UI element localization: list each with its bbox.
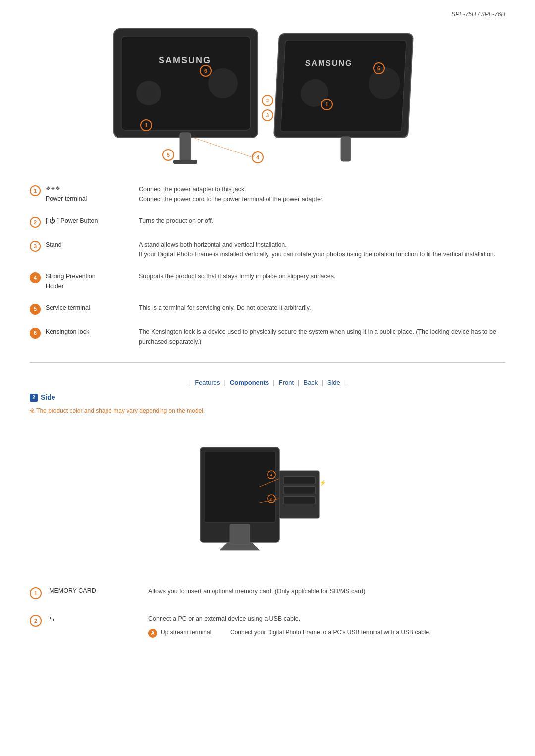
component-label-2: [ ⏻ ] Power Button [46,217,98,224]
sub-label-a: Up stream terminal [161,628,230,637]
svg-text:1: 1 [145,122,148,128]
svg-text:2: 2 [270,497,273,501]
bottom-component-2: 2 ⇆ Connect a PC or an external device u… [30,606,505,645]
nav-sep-2: | [273,378,274,388]
bottom-component-1: 1 MEMORY CARD Allows you to insert an op… [30,579,505,606]
component-label-4: Sliding PreventionHolder [46,273,96,290]
sub-desc-a: Connect your Digital Photo Frame to a PC… [230,628,505,637]
side-device-image: 4 2 ⚡ [30,425,505,564]
nav-bar: | Features | Components | Front | Back |… [30,373,505,393]
component-row-5: 5 Service terminal This is a terminal fo… [30,297,505,321]
component-desc-2: Turns the product on or off. [139,216,505,226]
component-row-4: 4 Sliding PreventionHolder Supports the … [30,265,505,297]
svg-point-4 [141,86,156,101]
nav-link-back[interactable]: Back [303,378,318,388]
nav-link-side[interactable]: Side [327,378,340,388]
power-terminal-icon: ❖❖❖ [46,184,135,193]
svg-text:2: 2 [266,98,269,103]
nav-sep-4: | [321,378,323,388]
svg-rect-7 [173,160,197,164]
component-desc-5: This is a terminal for servicing only. D… [139,303,505,313]
svg-text:6: 6 [204,68,207,74]
component-label-3: Stand [46,241,62,248]
bottom-label-1: MEMORY CARD [49,586,148,596]
svg-text:4: 4 [256,154,260,160]
component-number-3: 3 [30,241,41,252]
component-label-5: Service terminal [46,304,90,311]
component-label-6: Kensington lock [46,328,89,335]
svg-text:4: 4 [270,473,273,477]
component-row-1: 1 ❖❖❖ Power terminal Connect the power a… [30,178,505,210]
svg-text:SAMSUNG: SAMSUNG [159,55,211,65]
component-number-5: 5 [30,304,41,315]
svg-rect-35 [230,524,250,544]
bottom-label-2: ⇆ [49,614,148,624]
bottom-number-1: 1 [30,587,42,599]
model-label: SPF-75H / SPF-76H [30,10,505,19]
svg-text:5: 5 [167,152,170,158]
side-note: ※ The product color and shape may vary d… [30,406,505,415]
component-number-6: 6 [30,328,41,339]
sub-number-a: A [148,629,157,638]
component-row-2: 2 [ ⏻ ] Power Button Turns the product o… [30,210,505,234]
sub-component-a: A Up stream terminal Connect your Digita… [148,628,505,638]
nav-link-features[interactable]: Features [195,378,220,388]
component-desc-1: Connect the power adapter to this jack. … [139,184,505,204]
side-title: Side [41,392,55,403]
bottom-number-2: 2 [30,615,42,627]
bottom-components: 1 MEMORY CARD Allows you to insert an op… [30,579,505,645]
component-desc-3: A stand allows both horizontal and verti… [139,240,505,259]
device-images-area: SPF-75H / SPF-76H SAMSUNG 1 [30,10,505,163]
component-number-4: 4 [30,272,41,283]
svg-line-20 [193,138,253,157]
svg-text:SAMSUNG: SAMSUNG [305,59,353,67]
side-section-title: 2 Side [30,392,505,403]
component-label-1: Power terminal [46,195,87,202]
bottom-desc-2: Connect a PC or an external device using… [148,614,505,638]
svg-text:3: 3 [266,112,269,118]
side-section-icon: 2 [30,394,38,402]
nav-sep-1: | [224,378,226,388]
back-view-svg: SAMSUNG 1 2 3 4 [109,21,426,170]
svg-rect-27 [341,137,351,161]
svg-rect-37 [283,477,315,484]
svg-text:⚡: ⚡ [320,479,326,486]
svg-point-5 [208,68,238,98]
nav-link-front[interactable]: Front [279,378,294,388]
components-list: 1 ❖❖❖ Power terminal Connect the power a… [30,178,505,353]
bottom-desc-1: Allows you to insert an optional memory … [148,586,505,596]
svg-rect-38 [283,487,315,494]
nav-sep-3: | [298,378,299,388]
side-view-svg: 4 2 ⚡ [168,430,367,559]
component-number-2: 2 [30,217,41,228]
nav-sep-5: | [344,378,346,388]
nav-sep-0: | [189,378,191,388]
svg-text:1: 1 [325,101,328,107]
svg-rect-6 [180,133,191,162]
nav-link-components[interactable]: Components [230,378,269,388]
svg-rect-33 [204,451,275,522]
component-row-3: 3 Stand A stand allows both horizontal a… [30,234,505,265]
svg-text:6: 6 [377,65,380,71]
component-row-6: 6 Kensington lock The Kensington lock is… [30,321,505,353]
component-desc-4: Supports the product so that it stays fi… [139,271,505,281]
section-divider [30,362,505,363]
component-number-1: 1 [30,185,41,196]
usb-icon: ⇆ [49,615,55,623]
component-desc-6: The Kensington lock is a device used to … [139,327,505,347]
device-diagram: SPF-75H / SPF-76H SAMSUNG 1 [30,10,505,173]
svg-rect-39 [283,497,315,504]
